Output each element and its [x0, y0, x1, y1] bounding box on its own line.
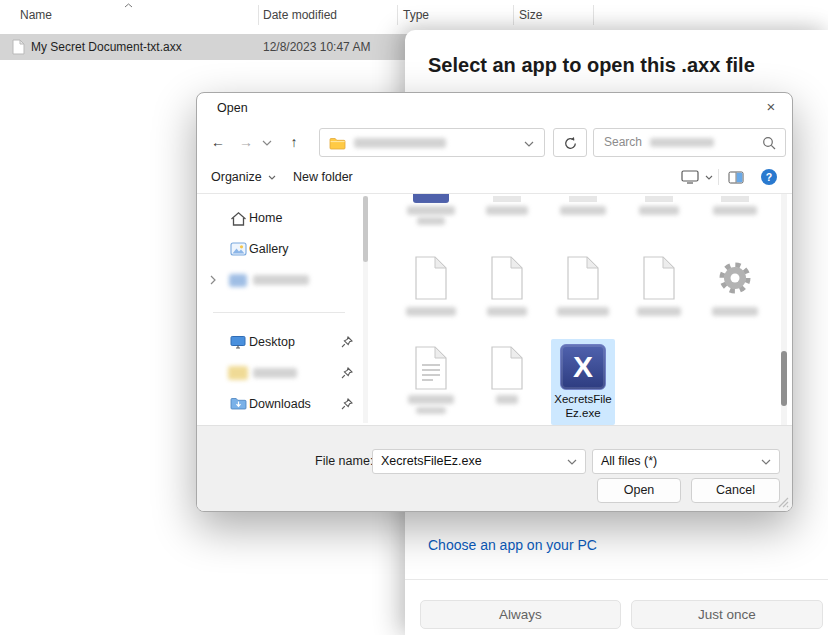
sidebar-item-gallery[interactable]: Gallery — [197, 234, 355, 264]
chevron-down-icon — [268, 175, 276, 180]
scrollbar-thumb[interactable] — [363, 196, 368, 262]
pin-icon — [341, 398, 353, 410]
file-label-line2: Ez.exe — [551, 407, 615, 420]
search-box[interactable]: Search — [593, 128, 786, 157]
sort-ascending-icon — [124, 3, 133, 8]
redacted-label — [253, 368, 297, 378]
file-icon[interactable] — [414, 256, 448, 300]
file-type-combobox[interactable]: All files (*) — [592, 449, 780, 474]
column-divider — [397, 5, 398, 25]
redacted-file-label — [487, 307, 527, 316]
column-divider — [258, 5, 259, 25]
pin-icon — [341, 336, 353, 348]
sidebar-item-redacted[interactable] — [197, 358, 355, 388]
organize-label: Organize — [211, 170, 262, 184]
file-icon-partial[interactable] — [493, 196, 521, 202]
file-grid-scrollbar[interactable] — [781, 194, 787, 425]
desktop-icon — [230, 335, 246, 349]
open-button[interactable]: Open — [597, 478, 681, 503]
chevron-right-icon[interactable] — [210, 275, 216, 285]
recent-locations-chevron-icon[interactable] — [262, 140, 272, 146]
text-file-icon[interactable] — [414, 346, 448, 390]
redacted-file-label — [557, 307, 609, 316]
file-icon-partial[interactable] — [645, 196, 673, 202]
change-view-button[interactable] — [681, 164, 713, 190]
open-file-dialog: Open × ← → ↑ Search Organize — [196, 92, 793, 512]
organize-menu[interactable]: Organize — [211, 164, 276, 190]
preview-pane-button[interactable] — [728, 164, 744, 190]
back-icon[interactable]: ← — [207, 126, 229, 158]
chevron-down-icon — [705, 175, 713, 180]
sidebar-label: Downloads — [249, 389, 311, 419]
chevron-down-icon[interactable] — [524, 141, 534, 147]
always-button[interactable]: Always — [420, 600, 621, 629]
xecretsfileez-app-icon: X — [560, 344, 606, 390]
just-once-button[interactable]: Just once — [631, 600, 823, 629]
preview-pane-icon — [728, 171, 744, 184]
file-icon-partial[interactable] — [721, 196, 749, 202]
close-icon[interactable]: × — [762, 98, 780, 115]
home-icon — [230, 211, 247, 227]
redacted-file-label — [713, 206, 757, 215]
explorer-column-headers: Name Date modified Type Size — [0, 0, 828, 30]
file-icon-partial[interactable] — [413, 194, 449, 203]
column-header-date-modified[interactable]: Date modified — [263, 0, 337, 30]
file-icon[interactable] — [566, 256, 600, 300]
sidebar-item-onedrive[interactable] — [197, 265, 355, 295]
file-item-xecretsfileez[interactable]: X XecretsFile Ez.exe — [551, 339, 615, 425]
refresh-button[interactable] — [553, 128, 587, 157]
dialog-title: Open — [217, 101, 248, 115]
cancel-button[interactable]: Cancel — [691, 478, 780, 503]
folder-icon — [329, 137, 346, 150]
sidebar-divider — [213, 312, 345, 313]
file-icon[interactable] — [490, 256, 524, 300]
file-type-value: All files (*) — [601, 450, 657, 473]
column-divider — [513, 5, 514, 25]
sidebar-label: Desktop — [249, 327, 295, 357]
file-date-modified: 12/8/2023 10:47 AM — [263, 34, 370, 60]
gallery-icon — [230, 242, 247, 256]
search-icon — [762, 136, 776, 150]
redacted-file-label — [486, 206, 528, 215]
redacted-folder-icon — [228, 366, 248, 380]
redacted-label — [253, 275, 309, 285]
column-header-name[interactable]: Name — [20, 0, 52, 30]
up-icon[interactable]: ↑ — [283, 126, 305, 158]
column-header-size[interactable]: Size — [519, 0, 542, 30]
refresh-icon — [563, 136, 578, 151]
sidebar-scrollbar[interactable] — [363, 196, 368, 423]
new-folder-button[interactable]: New folder — [293, 164, 353, 190]
sidebar-item-downloads[interactable]: Downloads — [197, 389, 355, 419]
navigation-pane: Home Gallery Desktop — [197, 194, 363, 425]
address-bar[interactable] — [319, 128, 545, 157]
redacted-file-label — [417, 217, 445, 225]
redacted-file-label — [408, 395, 454, 404]
chevron-down-icon[interactable] — [567, 459, 577, 465]
gear-file-icon[interactable] — [715, 258, 755, 298]
file-label-line1: XecretsFile — [551, 393, 615, 406]
chevron-down-icon[interactable] — [761, 459, 771, 465]
redacted-file-label — [712, 307, 758, 316]
file-icon-partial[interactable] — [569, 196, 597, 202]
divider — [405, 579, 828, 580]
dialog-title: Select an app to open this .axx file — [428, 54, 818, 77]
monitor-icon — [681, 170, 699, 184]
toolbar-divider — [718, 169, 719, 185]
column-header-type[interactable]: Type — [403, 0, 429, 30]
redacted-file-label — [560, 206, 606, 215]
column-divider — [593, 5, 594, 25]
redacted-search-text — [650, 138, 714, 147]
help-icon[interactable]: ? — [761, 169, 777, 185]
file-icon[interactable] — [642, 256, 676, 300]
redacted-file-label — [406, 307, 456, 316]
file-grid: X XecretsFile Ez.exe — [373, 194, 779, 425]
sidebar-item-desktop[interactable]: Desktop — [197, 327, 355, 357]
resize-grip-icon[interactable] — [778, 497, 789, 508]
choose-app-on-pc-link[interactable]: Choose an app on your PC — [428, 537, 597, 553]
forward-icon[interactable]: → — [235, 126, 257, 158]
dialog-footer: File name: XecretsFileEz.exe All files (… — [197, 425, 792, 511]
file-name-combobox[interactable]: XecretsFileEz.exe — [372, 449, 586, 474]
scrollbar-thumb[interactable] — [781, 351, 787, 406]
sidebar-item-home[interactable]: Home — [197, 203, 355, 233]
file-icon[interactable] — [490, 346, 524, 390]
